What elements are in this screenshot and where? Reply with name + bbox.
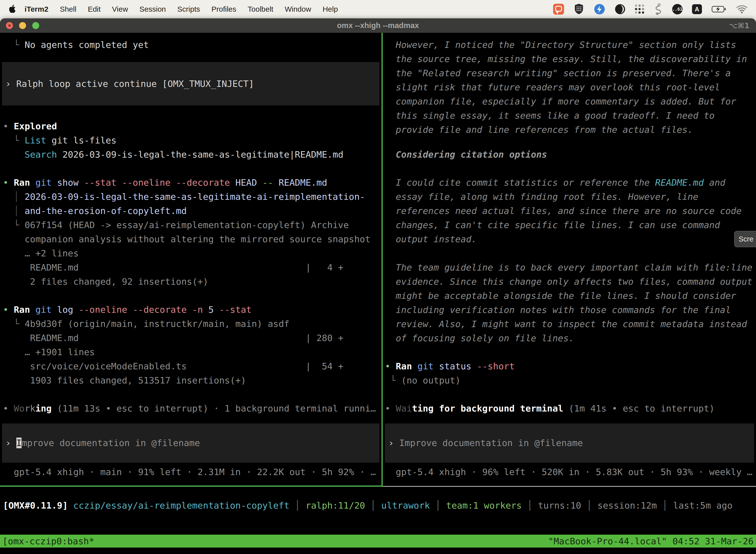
text-segment [3, 262, 30, 273]
tmux-status-bar: [omx-cczip0:bash* "MacBook-Pro-44.local"… [0, 535, 756, 548]
text-segment: README.md | 280 + [30, 333, 343, 343]
apple-logo-icon [8, 4, 16, 14]
text-segment: gpt-5.4 xhigh · 96% left · 520K in · 5.8… [396, 466, 753, 477]
menu-item-scripts[interactable]: Scripts [172, 5, 206, 13]
battery-menu-icon[interactable] [711, 5, 727, 13]
menu-item-toolbelt[interactable]: Toolbelt [242, 5, 279, 13]
text-segment: Wai [396, 403, 412, 414]
text-segment: src/voice/voiceModeEnabled.ts | 54 + [30, 361, 343, 372]
text-segment: references need actual files, and since … [396, 206, 742, 216]
omx-status-segment: │ [657, 500, 673, 511]
inactive-pane-border [383, 486, 756, 487]
menu-item-iterm2[interactable]: iTerm2 [19, 5, 54, 13]
text-segment: -n [192, 304, 208, 315]
terminal-line: │ 2026-03-09-is-legal-the-same-as-legiti… [3, 189, 365, 204]
menu-items: iTerm2ShellEditViewSessionScriptsProfile… [19, 5, 343, 13]
badge-61-menu-icon[interactable]: ..61 [672, 4, 683, 14]
text-segment: mprove documentation in @filename [21, 438, 200, 448]
text-segment [385, 234, 396, 244]
omx-status-segment [68, 500, 73, 511]
terminal-line: companion analysis without altering the … [3, 232, 371, 246]
text-segment [385, 149, 396, 160]
text-segment: ting for background terminal [412, 403, 563, 414]
text-segment: git ls-files [52, 135, 116, 146]
text-segment: › [388, 438, 399, 448]
zoom-button[interactable] [32, 22, 39, 29]
terminal-line: including verification notes with those … [385, 303, 731, 317]
wifi-menu-icon[interactable] [736, 5, 748, 14]
text-segment: essay file, along with finding root file… [396, 191, 698, 202]
pane-divider[interactable] [381, 33, 383, 487]
left-pane[interactable]: └ No agents completed yet› Ralph loop ac… [0, 33, 381, 486]
terminal-line: README.md | 4 + [3, 260, 343, 275]
text-segment: changes, I can't cite specific file line… [396, 220, 720, 230]
omx-status-line: [OMX#0.11.9] cczip/essay/ai-reimplementa… [3, 498, 733, 512]
menu-item-session[interactable]: Session [134, 5, 172, 13]
chat-app-menu-icon[interactable] [553, 4, 564, 15]
terminal-line: └ 4b9d30f (origin/main, instructkr/main,… [3, 317, 290, 331]
active-pane-border [0, 486, 381, 487]
text-segment: │ [3, 206, 24, 216]
menu-item-profiles[interactable]: Profiles [206, 5, 242, 13]
blue-badge-menu-icon[interactable] [594, 3, 605, 15]
text-segment [385, 110, 396, 121]
terminal-line: • Explored [3, 119, 57, 133]
screen-share-overlay[interactable]: Scre [734, 231, 756, 247]
squiggle-menu-icon[interactable] [654, 3, 663, 15]
input-source-menu-icon[interactable]: A [692, 4, 702, 14]
text-segment [3, 40, 14, 50]
text-segment: the "Related research writing" section i… [396, 68, 731, 78]
text-segment: └ [3, 319, 24, 329]
keyboard-a-icon: A [692, 4, 702, 14]
text-segment: of focusing solely on file lines. [396, 333, 574, 343]
text-segment: including verification notes with those … [396, 304, 731, 315]
text-segment: provide file and line references from th… [396, 124, 693, 135]
text-segment: › [5, 78, 16, 89]
dots-grid-icon [635, 4, 644, 14]
dots-grid-menu-icon[interactable] [635, 4, 644, 14]
text-segment: 067f154 (HEAD -> essay/ai-reimplementati… [24, 220, 349, 230]
text-segment [385, 319, 396, 329]
text-segment: Wo [14, 403, 25, 414]
text-segment: README.md | 4 + [30, 262, 343, 273]
text-segment [385, 466, 396, 477]
text-segment [385, 68, 396, 78]
title-bar[interactable]: omx --xhigh --madmax ⌥⌘1 [0, 18, 756, 33]
terminal-line: └ 067f154 (HEAD -> essay/ai-reimplementa… [3, 218, 349, 232]
text-segment: rk [24, 403, 36, 414]
text-segment: • [385, 361, 396, 372]
text-segment: • [3, 304, 14, 315]
terminal-line: gpt-5.4 xhigh · 96% left · 520K in · 5.8… [385, 465, 753, 479]
terminal-line: might be acceptable alongside the file l… [385, 289, 736, 303]
text-segment: List [24, 135, 52, 146]
terminal-line: this single essay, it seems like a good … [385, 108, 714, 123]
text-segment: └ [385, 375, 401, 386]
battery-charging-icon [711, 5, 727, 13]
text-segment [3, 347, 24, 357]
right-pane[interactable]: However, I noticed the "Directory Struct… [383, 33, 756, 486]
menu-item-help[interactable]: Help [317, 5, 344, 13]
text-segment [385, 40, 396, 50]
text-segment: Ralph loop active continue [OMX_TMUX_INJ… [16, 78, 254, 89]
close-button[interactable] [6, 22, 13, 29]
menu-item-view[interactable]: View [107, 5, 134, 13]
wifi-icon [736, 5, 748, 14]
menu-item-window[interactable]: Window [279, 5, 317, 13]
text-segment: 2026-03-09-is-legal-the-same-as-legitima… [24, 191, 365, 202]
text-segment: • [3, 403, 14, 414]
pie-menu-icon[interactable] [615, 4, 626, 15]
menu-item-shell[interactable]: Shell [54, 5, 82, 13]
terminal-line: • Waiting for background terminal (1m 41… [385, 401, 714, 416]
text-segment: 2 files changed, 92 insertions(+) [30, 276, 208, 287]
terminal-line: └ List git ls-files [3, 133, 117, 148]
window-controls [6, 18, 39, 33]
text-segment: --decorate [133, 304, 192, 315]
apple-menu[interactable] [8, 4, 16, 14]
omx-status-segment: [OMX#0.11.9] [3, 500, 68, 511]
shield-keypad-menu-icon[interactable] [573, 3, 584, 15]
text-segment: HEAD [235, 177, 262, 188]
minimize-button[interactable] [19, 22, 26, 29]
terminal-line: review. Also, I might want to inspect th… [385, 317, 747, 331]
badge-61-icon: ..61 [672, 4, 683, 14]
menu-item-edit[interactable]: Edit [82, 5, 107, 13]
